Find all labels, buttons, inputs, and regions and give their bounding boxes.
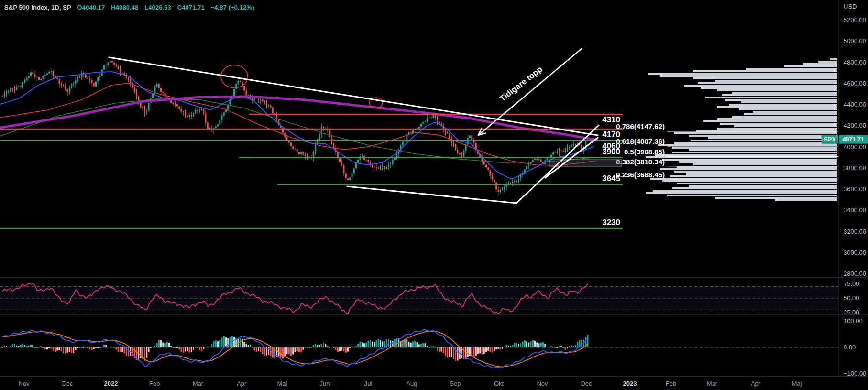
low-key: L xyxy=(144,4,148,11)
chart-root: 4310417040603900364532300.786(4147.62)0.… xyxy=(0,0,868,390)
low-value: 4026.63 xyxy=(148,4,171,11)
chart-canvas: 4310417040603900364532300.786(4147.62)0.… xyxy=(0,0,868,390)
price-axis-area[interactable] xyxy=(838,0,868,377)
open-value: 4040.17 xyxy=(82,4,105,11)
high-value: 4080.48 xyxy=(116,4,139,11)
symbol-meta: , 1D, SP xyxy=(48,4,71,11)
close-value: 4071.71 xyxy=(182,4,205,11)
time-axis-area[interactable] xyxy=(0,377,868,390)
symbol-title: S&P 500 Index xyxy=(4,4,48,11)
close-key: C xyxy=(177,4,182,11)
high-key: H xyxy=(111,4,116,11)
symbol-legend[interactable]: S&P 500 Index, 1D, SP O4040.17 H4080.48 … xyxy=(4,4,254,11)
open-key: O xyxy=(77,4,82,11)
rsi-pane-area[interactable] xyxy=(0,279,838,315)
macd-pane-area[interactable] xyxy=(0,315,838,377)
change-value: −4.87 (−0.12%) xyxy=(211,4,254,11)
chart-pane[interactable] xyxy=(0,0,838,277)
